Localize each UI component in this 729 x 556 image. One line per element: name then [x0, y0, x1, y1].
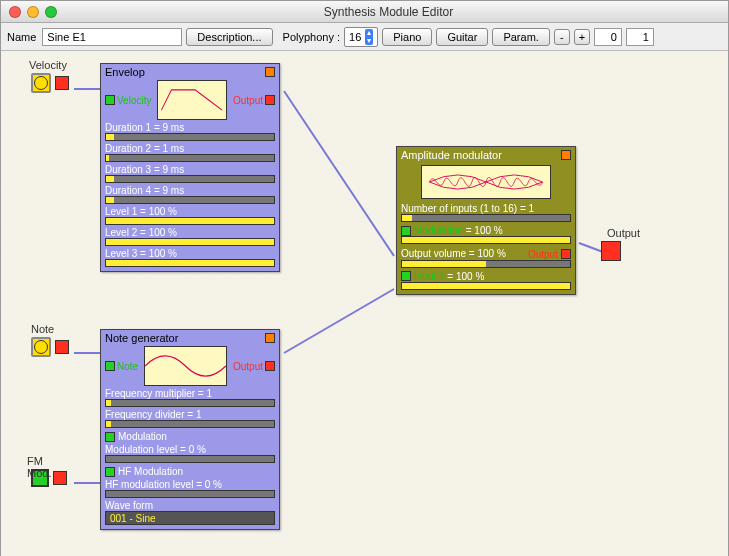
name-input[interactable] [42, 28, 182, 46]
module-ampmod[interactable]: Amplitude modulator Number of inputs (1 … [396, 146, 576, 295]
module-notegen[interactable]: Note generator Note Output Frequency mul… [100, 329, 280, 530]
module-toggle-icon[interactable] [265, 333, 275, 343]
window: Synthesis Module Editor Name Description… [0, 0, 729, 556]
ampmod-output-port[interactable] [561, 249, 571, 259]
slider[interactable] [105, 259, 275, 267]
ampmod-title: Amplitude modulator [401, 149, 502, 161]
envelop-title: Envelop [105, 66, 145, 78]
notegen-mod-port[interactable] [105, 432, 115, 442]
note-icon [31, 337, 51, 357]
range-max-input[interactable] [626, 28, 654, 46]
slider[interactable] [401, 282, 571, 290]
plus-button[interactable]: + [574, 29, 590, 45]
notegen-hfmod-port[interactable] [105, 467, 115, 477]
note-port[interactable] [55, 340, 69, 354]
titlebar: Synthesis Module Editor [1, 1, 728, 23]
piano-button[interactable]: Piano [382, 28, 432, 46]
notegen-note-port[interactable] [105, 361, 115, 371]
slider[interactable] [401, 236, 571, 244]
slider[interactable] [105, 399, 275, 407]
zoom-icon[interactable] [45, 6, 57, 18]
range-min-input[interactable] [594, 28, 622, 46]
envelop-preview [157, 80, 227, 120]
module-toggle-icon[interactable] [561, 150, 571, 160]
svg-line-1 [284, 91, 394, 256]
toolbar: Name Description... Polyphony : 16 ▴▾ Pi… [1, 23, 728, 51]
notegen-preview [144, 346, 227, 386]
notegen-output-port[interactable] [265, 361, 275, 371]
envelop-output-label: Output [233, 95, 263, 106]
ampmod-input1-port[interactable] [401, 271, 411, 281]
slider[interactable] [105, 238, 275, 246]
fmmod-label: FM Mod. [27, 455, 67, 479]
envelop-input-label: Velocity [117, 95, 151, 106]
slider[interactable] [401, 260, 571, 268]
guitar-button[interactable]: Guitar [436, 28, 488, 46]
envelop-input-port[interactable] [105, 95, 115, 105]
velocity-port[interactable] [55, 76, 69, 90]
envelop-output-port[interactable] [265, 95, 275, 105]
polyphony-label: Polyphony : [283, 31, 340, 43]
ampmod-preview [421, 165, 551, 199]
slider[interactable] [105, 133, 275, 141]
polyphony-select[interactable]: 16 ▴▾ [344, 27, 378, 47]
slider[interactable] [105, 196, 275, 204]
name-label: Name [7, 31, 36, 43]
module-toggle-icon[interactable] [265, 67, 275, 77]
velocity-label: Velocity [29, 59, 67, 71]
notegen-input-label: Note [117, 361, 138, 372]
slider[interactable] [105, 420, 275, 428]
ext-velocity[interactable]: Velocity [31, 73, 69, 93]
slider[interactable] [401, 214, 571, 222]
window-title: Synthesis Module Editor [57, 5, 720, 19]
output-label: Output [607, 227, 640, 239]
minimize-icon[interactable] [27, 6, 39, 18]
canvas[interactable]: Velocity Note FM Mod. Output Envelop [1, 51, 728, 556]
slider[interactable] [105, 175, 275, 183]
slider[interactable] [105, 154, 275, 162]
slider[interactable] [105, 490, 275, 498]
slider[interactable] [105, 455, 275, 463]
ext-output[interactable]: Output [601, 241, 621, 261]
slider[interactable] [105, 217, 275, 225]
output-port[interactable] [601, 241, 621, 261]
note-label: Note [31, 323, 54, 335]
ext-fmmod[interactable]: FM Mod. [31, 469, 67, 487]
minus-button[interactable]: - [554, 29, 570, 45]
waveform-select[interactable]: 001 - Sine [105, 511, 275, 525]
stepper-icon: ▴▾ [365, 29, 373, 45]
module-envelop[interactable]: Envelop Velocity Output Duration 1 = 9 m… [100, 63, 280, 272]
param-button[interactable]: Param. [492, 28, 549, 46]
svg-line-4 [284, 289, 394, 353]
velocity-icon [31, 73, 51, 93]
ampmod-mod-port[interactable] [401, 226, 411, 236]
close-icon[interactable] [9, 6, 21, 18]
notegen-output-label: Output [233, 361, 263, 372]
description-button[interactable]: Description... [186, 28, 272, 46]
notegen-title: Note generator [105, 332, 178, 344]
ext-note[interactable]: Note [31, 337, 69, 357]
